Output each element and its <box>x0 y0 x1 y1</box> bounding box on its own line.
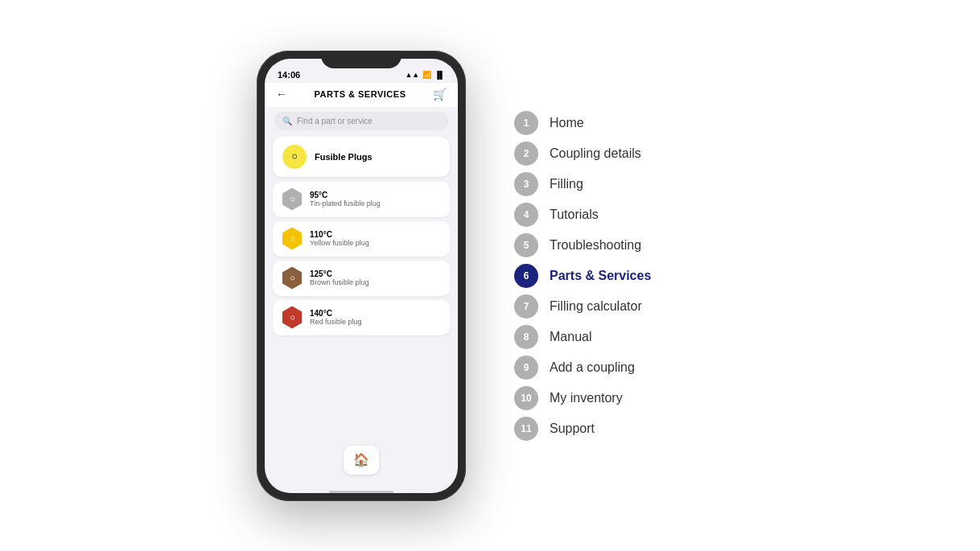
back-button[interactable]: ← <box>276 88 287 101</box>
plug-info-110: 110°C Yellow fusible plug <box>310 230 369 247</box>
phone-screen: 14:06 ▲▲ 📶 ▐▌ ← PARTS & SERVICES 🛒 🔍 Fin… <box>265 59 458 493</box>
page-title: PARTS & SERVICES <box>315 89 406 99</box>
plug-info-125: 125°C Brown fusible plug <box>310 269 369 286</box>
fusible-plugs-header[interactable]: ⬡ Fusible Plugs <box>273 137 450 177</box>
nav-item-filling[interactable]: 3 Filling <box>514 172 723 196</box>
plug-temp-110: 110°C <box>310 230 369 239</box>
nav-label-parts-services: Parts & Services <box>550 269 651 283</box>
app-header: ← PARTS & SERVICES 🛒 <box>265 83 458 107</box>
search-bar[interactable]: 🔍 Find a part or service <box>274 112 448 130</box>
fusible-plug-header-icon: ⬡ <box>282 145 307 169</box>
battery-icon: ▐▌ <box>434 71 445 79</box>
plug-info-95: 95°C Tin-plated fusible plug <box>310 191 381 208</box>
sidebar-nav: 1 Home 2 Coupling details 3 Filling 4 Tu… <box>514 111 723 441</box>
plug-item-95[interactable]: ⬡ 95°C Tin-plated fusible plug <box>273 182 450 217</box>
nav-item-parts-services[interactable]: 6 Parts & Services <box>514 264 723 288</box>
search-icon: 🔍 <box>282 117 292 125</box>
nav-item-home[interactable]: 1 Home <box>514 111 723 135</box>
nav-num-7: 7 <box>514 294 538 319</box>
phone-content: ⬡ Fusible Plugs ⬡ 95°C Tin-plated fusibl… <box>265 137 458 493</box>
plug-temp-95: 95°C <box>310 191 381 199</box>
plug-icon-yellow: ⬡ <box>281 228 303 250</box>
nav-label-support: Support <box>550 421 595 436</box>
nav-num-2: 2 <box>514 142 538 166</box>
nav-item-filling-calculator[interactable]: 7 Filling calculator <box>514 294 723 319</box>
home-button[interactable]: 🏠 <box>344 446 379 475</box>
nav-label-home: Home <box>550 116 584 130</box>
plug-icon-silver: ⬡ <box>281 188 303 211</box>
nav-num-10: 10 <box>514 386 538 410</box>
nav-num-9: 9 <box>514 356 538 380</box>
nav-label-filling: Filling <box>550 177 583 191</box>
nav-label-troubleshooting: Troubleshooting <box>550 238 641 253</box>
nav-label-add-coupling: Add a coupling <box>550 360 635 375</box>
plug-name-140: Red fusible plug <box>310 318 362 326</box>
cart-button[interactable]: 🛒 <box>433 88 447 101</box>
plug-name-95: Tin-plated fusible plug <box>310 199 381 208</box>
search-input[interactable]: Find a part or service <box>297 117 373 125</box>
nav-num-4: 4 <box>514 203 538 227</box>
nav-num-6: 6 <box>514 264 538 288</box>
nav-num-5: 5 <box>514 233 538 257</box>
signal-icon: ▲▲ <box>405 71 419 79</box>
nav-label-coupling-details: Coupling details <box>550 146 641 161</box>
home-icon: 🏠 <box>353 452 369 467</box>
nav-num-11: 11 <box>514 417 538 441</box>
nav-label-filling-calculator: Filling calculator <box>550 299 642 314</box>
nav-label-my-inventory: My inventory <box>550 391 623 405</box>
wifi-icon: 📶 <box>422 71 431 79</box>
nav-num-3: 3 <box>514 172 538 196</box>
plug-item-140[interactable]: ⬡ 140°C Red fusible plug <box>273 300 450 335</box>
home-indicator <box>329 491 393 493</box>
main-container: 14:06 ▲▲ 📶 ▐▌ ← PARTS & SERVICES 🛒 🔍 Fin… <box>0 0 980 551</box>
plug-info-140: 140°C Red fusible plug <box>310 309 362 326</box>
plug-name-110: Yellow fusible plug <box>310 239 369 247</box>
nav-item-tutorials[interactable]: 4 Tutorials <box>514 203 723 227</box>
plug-icon-brown: ⬡ <box>281 267 303 290</box>
status-icons: ▲▲ 📶 ▐▌ <box>405 71 445 79</box>
plug-name-125: Brown fusible plug <box>310 278 369 286</box>
plug-temp-125: 125°C <box>310 269 369 278</box>
status-time: 14:06 <box>278 70 300 80</box>
plug-item-110[interactable]: ⬡ 110°C Yellow fusible plug <box>273 221 450 257</box>
nav-num-1: 1 <box>514 111 538 135</box>
nav-item-manual[interactable]: 8 Manual <box>514 325 723 349</box>
plug-temp-140: 140°C <box>310 309 362 318</box>
nav-item-support[interactable]: 11 Support <box>514 417 723 441</box>
plug-item-125[interactable]: ⬡ 125°C Brown fusible plug <box>273 261 450 296</box>
plug-icon-red: ⬡ <box>281 306 303 329</box>
nav-item-coupling-details[interactable]: 2 Coupling details <box>514 142 723 166</box>
bottom-bar: 🏠 <box>273 441 450 483</box>
nav-item-troubleshooting[interactable]: 5 Troubleshooting <box>514 233 723 257</box>
nav-item-my-inventory[interactable]: 10 My inventory <box>514 386 723 410</box>
nav-label-tutorials: Tutorials <box>550 208 599 222</box>
nav-item-add-coupling[interactable]: 9 Add a coupling <box>514 356 723 380</box>
fusible-plugs-title: Fusible Plugs <box>315 152 373 162</box>
phone-mockup: 14:06 ▲▲ 📶 ▐▌ ← PARTS & SERVICES 🛒 🔍 Fin… <box>257 51 466 501</box>
plug-list: ⬡ 95°C Tin-plated fusible plug ⬡ 110°C <box>273 182 450 436</box>
nav-label-manual: Manual <box>550 330 591 344</box>
nav-num-8: 8 <box>514 325 538 349</box>
phone-notch <box>321 51 401 68</box>
